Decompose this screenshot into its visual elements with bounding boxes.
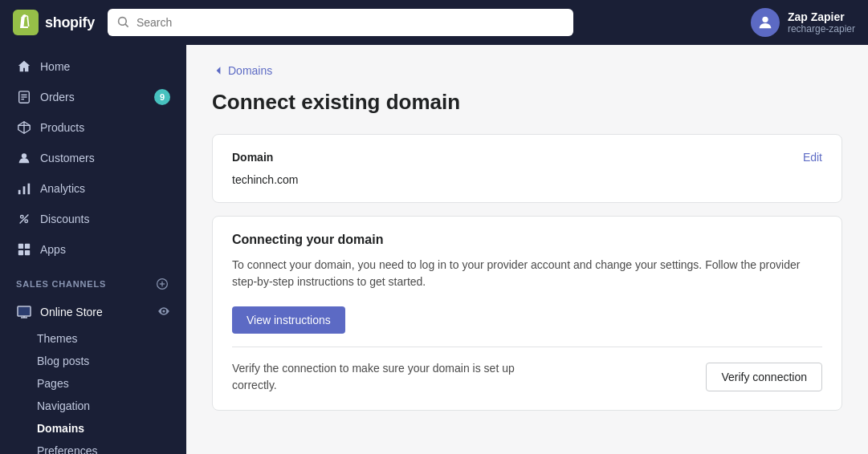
svg-point-0 [762, 17, 768, 22]
svg-rect-16 [25, 244, 30, 249]
discounts-icon [16, 211, 32, 227]
sidebar: Home Orders 9 Products Customers [0, 45, 186, 454]
sidebar-item-orders[interactable]: Orders 9 [3, 82, 183, 112]
breadcrumb: Domains [212, 64, 842, 77]
sales-channels-header: SALES CHANNELS [0, 265, 186, 297]
sidebar-item-orders-label: Orders [40, 91, 75, 103]
sidebar-sub-navigation[interactable]: Navigation [0, 395, 186, 417]
layout: Home Orders 9 Products Customers [0, 45, 868, 454]
top-navigation: shopify Zap Zapier recharge-zapier [0, 0, 868, 45]
svg-rect-15 [18, 244, 23, 249]
customers-icon [16, 150, 32, 166]
domain-label: Domain [232, 151, 273, 164]
sidebar-item-customers[interactable]: Customers [3, 143, 183, 173]
sidebar-sub-pages[interactable]: Pages [0, 372, 186, 395]
sidebar-item-products[interactable]: Products [3, 112, 183, 143]
user-shop: recharge-zapier [788, 23, 855, 34]
sidebar-sub-domains[interactable]: Domains [0, 417, 186, 440]
verify-row: Verify the connection to make sure your … [232, 347, 822, 394]
svg-rect-23 [18, 307, 30, 315]
sidebar-item-online-store[interactable]: Online Store [3, 297, 183, 327]
sidebar-item-home-label: Home [40, 60, 70, 73]
sidebar-item-products-label: Products [40, 121, 84, 134]
domain-card: Domain Edit techinch.com [212, 134, 842, 203]
svg-rect-10 [23, 186, 26, 194]
add-sales-channel-button[interactable] [154, 276, 170, 292]
domain-card-header: Domain Edit [232, 151, 822, 164]
connecting-description: To connect your domain, you need to log … [232, 257, 822, 290]
breadcrumb-back[interactable]: Domains [212, 64, 272, 77]
user-name: Zap Zapier [788, 10, 855, 23]
domain-value: techinch.com [232, 173, 822, 186]
chevron-left-icon [212, 64, 225, 77]
svg-point-12 [21, 216, 24, 219]
online-store-icon [16, 304, 32, 320]
svg-rect-9 [18, 190, 21, 194]
svg-point-13 [25, 220, 28, 223]
sidebar-item-discounts[interactable]: Discounts [3, 204, 183, 234]
svg-rect-18 [25, 250, 30, 255]
main-content: Domains Connect existing domain Domain E… [186, 45, 868, 454]
sidebar-item-apps-label: Apps [40, 243, 66, 256]
svg-rect-11 [28, 184, 31, 195]
shopify-bag-icon [13, 10, 39, 35]
svg-rect-17 [18, 250, 23, 255]
avatar [751, 8, 780, 37]
view-instructions-button[interactable]: View instructions [232, 306, 345, 334]
analytics-icon [16, 180, 32, 197]
products-icon [16, 120, 32, 136]
online-store-label: Online Store [40, 306, 103, 318]
verify-description: Verify the connection to make sure your … [232, 360, 537, 394]
sidebar-item-discounts-label: Discounts [40, 213, 89, 225]
verify-connection-button[interactable]: Verify connection [706, 363, 822, 391]
orders-badge: 9 [154, 89, 170, 105]
user-menu[interactable]: Zap Zapier recharge-zapier [751, 8, 855, 37]
svg-point-8 [22, 153, 26, 158]
domain-edit-button[interactable]: Edit [803, 151, 822, 164]
search-bar[interactable] [108, 9, 573, 36]
sidebar-sub-preferences[interactable]: Preferences [0, 440, 186, 454]
search-input[interactable] [137, 16, 564, 29]
home-icon [16, 59, 32, 75]
logo-text: shopify [45, 14, 95, 31]
sidebar-sub-themes[interactable]: Themes [0, 327, 186, 350]
sidebar-item-analytics-label: Analytics [40, 182, 85, 195]
search-icon [117, 16, 130, 29]
apps-icon [16, 241, 32, 257]
orders-icon [16, 89, 32, 105]
sidebar-item-apps[interactable]: Apps [3, 234, 183, 265]
logo[interactable]: shopify [13, 10, 95, 35]
connecting-card: Connecting your domain To connect your d… [212, 216, 842, 411]
sidebar-item-analytics[interactable]: Analytics [3, 173, 183, 204]
eye-icon[interactable] [157, 305, 170, 320]
connecting-title: Connecting your domain [232, 233, 822, 247]
page-title: Connect existing domain [212, 90, 842, 115]
breadcrumb-label: Domains [228, 64, 272, 77]
user-info: Zap Zapier recharge-zapier [788, 10, 855, 34]
sidebar-item-home[interactable]: Home [3, 51, 183, 82]
sidebar-item-customers-label: Customers [40, 152, 95, 164]
sidebar-sub-blog-posts[interactable]: Blog posts [0, 350, 186, 372]
sales-channels-label: SALES CHANNELS [16, 279, 106, 289]
